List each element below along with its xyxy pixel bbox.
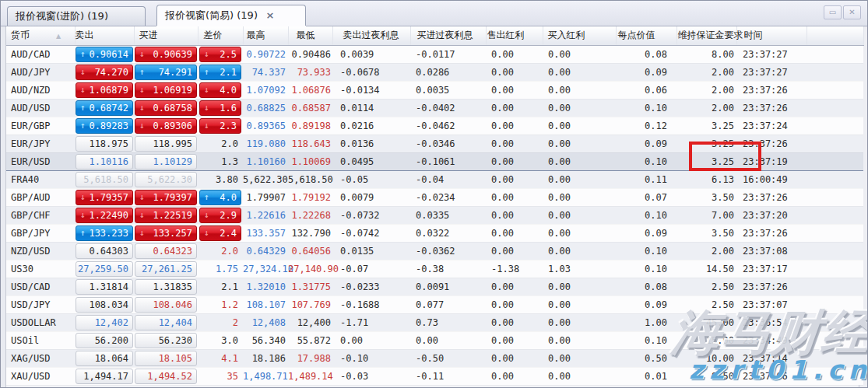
sell-price-button[interactable]: ↑0.90614 (76, 47, 133, 62)
column-header-10[interactable]: 买入红利 (543, 26, 616, 45)
buy-price-button[interactable]: ↑74.291 (135, 65, 197, 80)
sell-overnight-interest: -0.0732 (332, 206, 410, 224)
sell-price-button[interactable]: ↓74.270 (76, 65, 133, 80)
quote-row-xag-usd[interactable]: XAG/USD18.06418.1054.118.18617.988-0.10-… (6, 349, 863, 367)
row-filler (807, 242, 863, 260)
sell-price-button[interactable]: ↑0.89283 (76, 118, 133, 134)
buy-price-button[interactable]: 56.230 (135, 333, 197, 348)
buy-cell: 56.230 (134, 331, 198, 349)
spread-button[interactable]: ↓4.0 (199, 82, 241, 98)
spread-button[interactable]: ↑2.1 (199, 65, 241, 80)
sell-price-button[interactable]: 108.034 (76, 297, 133, 313)
buy-price-button[interactable]: ↓1.06919 (135, 82, 197, 98)
sell-price-button[interactable]: ↓1.06879 (76, 82, 133, 98)
buy-price-button[interactable]: 5,622.30 (135, 172, 197, 187)
sell-price-button[interactable]: 5,618.50 (76, 172, 133, 187)
buy-price-button[interactable]: ↓0.90639 (135, 47, 197, 62)
spread-button[interactable]: ↓2.9 (199, 208, 241, 223)
tab-quote-advanced[interactable]: 报价视窗(进阶) (19) (7, 6, 146, 26)
buy-price-button[interactable]: 108.046 (135, 297, 197, 313)
sell-price-button[interactable]: ↓1.79357 (76, 190, 133, 205)
buy-price-button[interactable]: 12,404 (135, 315, 197, 330)
column-header-13[interactable]: 时间 (736, 26, 807, 45)
buy-price-button[interactable]: ↓0.68758 (135, 100, 197, 116)
buy-overnight-interest: -0.0346 (410, 135, 486, 152)
buy-price-button[interactable]: 0.64323 (135, 243, 197, 259)
sell-price-button[interactable]: 1.10116 (76, 154, 133, 170)
quote-row-us30[interactable]: US3027,259.5027,261.251.7527,324.1027,14… (6, 260, 863, 278)
buy-price-button[interactable]: ↓1.79397 (135, 190, 197, 205)
spread-button[interactable]: ↓2.3 (199, 118, 241, 134)
sell-price-button[interactable]: 18.064 (76, 351, 133, 366)
quote-row-usd-cad[interactable]: USD/CAD1.318141.318352.11.320101.31775-0… (6, 278, 863, 295)
column-header-12[interactable]: 维持保证金要求 (676, 26, 736, 45)
sell-dividend: 0.00 (486, 188, 543, 206)
buy-price-button[interactable]: ↓133.257 (135, 225, 197, 241)
quote-time: 23:37:27 (736, 45, 807, 63)
column-header-8[interactable]: 买进过夜利息 (410, 26, 486, 45)
price-value: 0.68758 (153, 103, 192, 114)
column-header-1[interactable]: 货币▲ (6, 26, 75, 45)
low-value: 118.643 (288, 135, 332, 152)
quote-time: 16:00:49 (736, 170, 807, 188)
buy-price-button[interactable]: 1.31835 (135, 279, 197, 295)
sell-price-button[interactable]: 1.31814 (76, 279, 133, 295)
high-value: 0.89365 (243, 117, 288, 135)
spread-button[interactable]: ↓1.6 (199, 100, 241, 116)
tab-quote-simple[interactable]: 报价视窗(简易) (19) × (156, 5, 306, 26)
column-header-7[interactable]: 卖出过夜利息 (332, 26, 410, 45)
sell-price-button[interactable]: 1,494.17 (76, 369, 133, 384)
sell-price-button[interactable]: 118.975 (76, 136, 133, 152)
price-value: 1,494.52 (147, 371, 192, 382)
buy-cell: 1.31835 (134, 278, 198, 295)
quote-row-fra40[interactable]: FRA405,618.505,622.303.805,622.305,618.5… (6, 170, 863, 188)
sell-price-button[interactable]: 12,402 (76, 315, 133, 330)
column-header-6[interactable]: 最低 (288, 26, 332, 45)
close-window-icon[interactable]: ✕ (843, 5, 861, 19)
buy-price-button[interactable]: 1.10129 (135, 154, 197, 170)
quote-row-gbp-aud[interactable]: GBP/AUD↓1.79357↓1.79397↑4.01.799071.7919… (6, 188, 863, 206)
buy-price-button[interactable]: 1,494.52 (135, 369, 197, 384)
quote-row-gbp-jpy[interactable]: GBP/JPY↑133.233↓133.257↓2.4133.357132.79… (6, 224, 863, 242)
quote-row-usdollar[interactable]: USDOLLAR12,40212,404212,40812,400-1.710.… (6, 313, 863, 331)
sell-dividend: 0.00 (486, 242, 543, 260)
buy-price-button[interactable]: ↓1.22519 (135, 208, 197, 223)
quote-row-nzd-usd[interactable]: NZD/USD0.643030.643232.00.643290.640560.… (6, 242, 863, 260)
spread-button[interactable]: ↓2.5 (199, 47, 241, 62)
sell-price-button[interactable]: ↑133.233 (76, 225, 133, 241)
tab-close-icon[interactable]: × (265, 10, 276, 21)
left-splitter[interactable] (1, 26, 6, 387)
spread-button[interactable]: ↑4.0 (199, 190, 241, 205)
margin-requirement: 6.13 (676, 170, 736, 188)
sell-price-button[interactable]: 27,259.50 (76, 261, 133, 277)
buy-price-button[interactable]: 18.105 (135, 351, 197, 366)
restore-window-icon[interactable]: ▭ (824, 5, 842, 19)
quote-row-aud-jpy[interactable]: AUD/JPY↓74.270↑74.291↑2.174.33773.933-0.… (6, 63, 863, 81)
buy-dividend: 1.03 (543, 260, 616, 278)
buy-price-button[interactable]: ↓0.89306 (135, 118, 197, 134)
quote-row-gbp-chf[interactable]: GBP/CHF↓1.22490↓1.22519↓2.91.226161.2226… (6, 206, 863, 224)
quote-row-usoil[interactable]: USOil56.20056.2303.056.34055.8720.000.00… (6, 331, 863, 349)
quote-row-aud-nzd[interactable]: AUD/NZD↓1.06879↓1.06919↓4.01.070921.0687… (6, 81, 863, 99)
column-header-2[interactable]: 卖出 (75, 26, 134, 45)
sell-price-button[interactable]: ↓1.22490 (76, 208, 133, 223)
buy-price-button[interactable]: 118.995 (135, 136, 197, 152)
sell-price-button[interactable]: 56.200 (76, 333, 133, 348)
row-filler (807, 295, 863, 313)
quote-row-aud-usd[interactable]: AUD/USD↑0.68742↓0.68758↓1.60.688250.6858… (6, 99, 863, 117)
column-header-11[interactable]: 每点价值 (616, 26, 676, 45)
sell-price-button[interactable]: 0.64303 (76, 243, 133, 259)
column-header-5[interactable]: 最高 (243, 26, 288, 45)
quote-time: 23:37:20 (736, 206, 807, 224)
column-header-3[interactable]: 买进 (134, 26, 198, 45)
sell-overnight-interest: -0.0233 (332, 278, 410, 295)
spread-button[interactable]: ↓2.4 (199, 225, 241, 241)
column-header-9[interactable]: 售出红利 (486, 26, 543, 45)
buy-price-button[interactable]: 27,261.25 (135, 261, 197, 277)
quote-row-usd-jpy[interactable]: USD/JPY108.034108.0461.2108.107107.769-0… (6, 295, 863, 313)
quote-row-aud-cad[interactable]: AUD/CAD↑0.90614↓0.90639↓2.50.907220.9048… (6, 45, 863, 63)
column-header-4[interactable]: 差价 (198, 26, 243, 45)
quote-row-eur-gbp[interactable]: EUR/GBP↑0.89283↓0.89306↓2.30.893650.8919… (6, 117, 863, 135)
sell-price-button[interactable]: ↑0.68742 (76, 100, 133, 116)
quote-row-xau-usd[interactable]: XAU/USD1,494.171,494.52351,498.711,489.1… (6, 367, 863, 385)
